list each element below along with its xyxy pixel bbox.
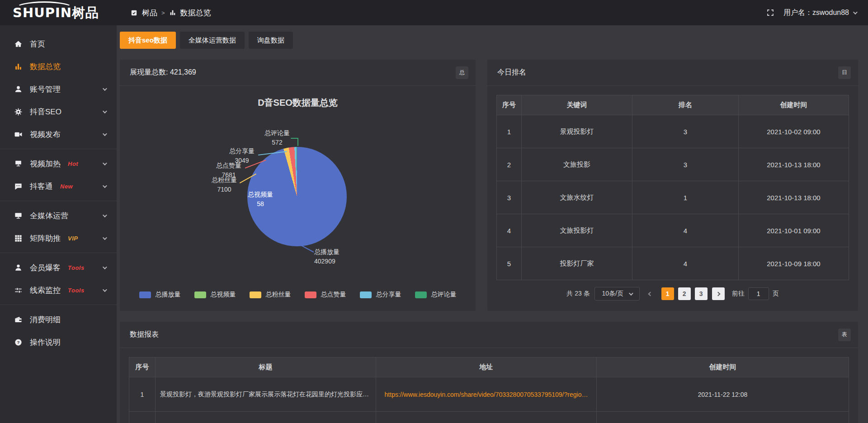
- sidebar-item-account-manage[interactable]: 账号管理: [0, 78, 117, 100]
- sidebar-item-badge: Tools: [68, 287, 85, 294]
- page-size-select[interactable]: 10条/页: [594, 287, 640, 301]
- table-cell: 3: [632, 115, 739, 148]
- table-cell: 景观投影灯: [522, 115, 632, 148]
- page-numbers: 123: [661, 287, 708, 300]
- sidebar-item-media-operation[interactable]: 全媒体运营: [0, 204, 117, 227]
- legend-label: 总评论量: [431, 291, 457, 299]
- user-menu[interactable]: 用户名：zswodun88: [783, 8, 856, 18]
- pie-label-comment: 总评论量572: [260, 128, 294, 147]
- app-logo[interactable]: SHUPIN树品: [0, 0, 117, 25]
- table-row: 3文旅水纹灯12021-10-13 18:00: [497, 181, 849, 214]
- report-panel-header: 数据报表 表: [120, 322, 858, 348]
- table-cell: 2021-10-13 18:00: [739, 181, 849, 214]
- legend-item[interactable]: 总分享量: [360, 291, 401, 299]
- sidebar-item-badge: New: [60, 183, 73, 190]
- column-header: 排名: [632, 95, 739, 115]
- table-cell: 3: [632, 148, 739, 181]
- legend-label: 总视频量: [211, 291, 236, 299]
- overview-badge-button[interactable]: 总: [456, 66, 468, 79]
- table-cell: 2021-10-01 09:00: [739, 214, 849, 247]
- tab-inquiry-data[interactable]: 询盘数据: [249, 32, 293, 49]
- pie-label-fans: 总粉丝量7100: [209, 175, 239, 194]
- ranking-table: 序号关键词排名创建时间 1景观投影灯32021-10-02 09:002文旅投影…: [496, 95, 849, 280]
- tab-douyin-seo-data[interactable]: 抖音seo数据: [120, 32, 176, 49]
- chevron-down-icon: [103, 213, 107, 217]
- column-header: 地址: [376, 357, 597, 377]
- tab-bar: 抖音seo数据全媒体运营数据询盘数据: [120, 32, 858, 49]
- logo-arc: [15, 1, 73, 15]
- sidebar-item-help[interactable]: ?操作说明: [0, 331, 117, 353]
- home-icon: [14, 39, 23, 48]
- prev-page-button[interactable]: [644, 287, 657, 300]
- report-badge-button[interactable]: 表: [838, 329, 851, 341]
- legend-swatch: [139, 291, 151, 298]
- table-cell: 2021-11-22 12:08: [597, 377, 849, 412]
- goto-page-input[interactable]: [748, 287, 769, 300]
- legend-item[interactable]: 总粉丝量: [250, 291, 291, 299]
- table-cell: 3: [497, 181, 522, 214]
- sidebar-item-matrix-boost[interactable]: 矩阵助推VIP: [0, 227, 117, 249]
- report-url-cell: https://www.iesdouyin.com/share/video/70…: [376, 377, 597, 412]
- table-cell: 2: [497, 148, 522, 181]
- chevron-down-icon: [103, 287, 107, 292]
- sidebar-item-label: 视频加热: [30, 159, 61, 169]
- page-button-3[interactable]: 3: [695, 287, 708, 300]
- sidebar-item-label: 线索监控: [30, 285, 61, 296]
- table-cell: 1: [129, 377, 156, 412]
- table-cell: 1: [497, 115, 522, 148]
- breadcrumb-root[interactable]: 树品: [142, 8, 157, 18]
- sliders-icon: [14, 286, 23, 295]
- sidebar-item-home[interactable]: 首页: [0, 33, 117, 55]
- chart-legend: 总播放量总视频量总粉丝量总点赞量总分享量总评论量: [120, 291, 476, 299]
- tab-media-operation-data[interactable]: 全媒体运营数据: [180, 32, 245, 49]
- fullscreen-icon[interactable]: [766, 9, 774, 17]
- sidebar-item-clue-monitor[interactable]: 线索监控Tools: [0, 279, 117, 301]
- table-cell: 2021-10-09 18:00: [739, 247, 849, 280]
- chevron-down-icon: [103, 235, 107, 240]
- sidebar-item-label: 账号管理: [30, 84, 61, 94]
- table-row: 5投影灯厂家42021-10-09 18:00: [497, 247, 849, 280]
- next-page-button[interactable]: [712, 287, 725, 300]
- sidebar-item-doukertong[interactable]: 抖客通New: [0, 175, 117, 197]
- sidebar-item-member-explode[interactable]: 会员爆客Tools: [0, 256, 117, 279]
- legend-item[interactable]: 总评论量: [415, 291, 457, 299]
- ranking-badge-button[interactable]: 日: [838, 66, 851, 79]
- overview-total-label: 展现量总数: 421,369: [130, 68, 196, 77]
- table-cell: 1: [632, 181, 739, 214]
- legend-item[interactable]: 总视频量: [194, 291, 236, 299]
- table-cell: 4: [497, 214, 522, 247]
- table-row: 1景观投影灯32021-10-02 09:00: [497, 115, 849, 148]
- table-cell: 4: [632, 214, 739, 247]
- sidebar-item-douyin-seo[interactable]: 抖音SEO: [0, 100, 117, 123]
- report-table-head: 序号标题地址创建时间: [129, 357, 849, 377]
- sidebar-menu: 首页数据总览账号管理抖音SEO视频发布视频加热Hot抖客通New全媒体运营矩阵助…: [0, 25, 117, 423]
- video-link[interactable]: https://www.iesdouyin.com/share/video/70…: [385, 391, 588, 398]
- sidebar-divider: [0, 201, 117, 201]
- report-table: 序号标题地址创建时间 1景观投影灯，夜游景观投影灯厂家展示展示落花灯在花园里的灯…: [129, 357, 849, 423]
- legend-label: 总播放量: [156, 291, 181, 299]
- legend-item[interactable]: 总点赞量: [305, 291, 346, 299]
- svg-text:?: ?: [17, 339, 19, 344]
- sidebar-item-data-overview[interactable]: 数据总览: [0, 55, 117, 78]
- sidebar-item-video-heat[interactable]: 视频加热Hot: [0, 152, 117, 175]
- page-button-2[interactable]: 2: [678, 287, 691, 300]
- leader-line: [300, 244, 314, 253]
- username: 用户名：zswodun88: [783, 8, 849, 18]
- report-title-cell: 景观投影灯，夜游景观投影灯厂家展示展示落花灯在花园里的灯光投影应用效果 #…: [156, 377, 376, 412]
- legend-item[interactable]: 总播放量: [139, 291, 181, 299]
- page-button-1[interactable]: 1: [661, 287, 674, 300]
- goto-unit: 页: [773, 290, 779, 298]
- sidebar-item-badge: Tools: [68, 264, 85, 271]
- sidebar-item-label: 消费明细: [30, 315, 61, 325]
- sidebar-item-label: 会员爆客: [30, 263, 61, 273]
- topbar-right: 用户名：zswodun88: [766, 8, 868, 18]
- column-header: 序号: [497, 95, 522, 115]
- sidebar-item-video-publish[interactable]: 视频发布: [0, 123, 117, 146]
- table-cell: 5: [497, 247, 522, 280]
- monitor-icon: [14, 211, 23, 220]
- member-icon: [14, 263, 23, 272]
- sidebar-item-consume-detail[interactable]: 消费明细: [0, 308, 117, 331]
- legend-swatch: [194, 291, 206, 298]
- legend-swatch: [305, 291, 316, 298]
- top-bar: SHUPIN树品 树品 > 数据总览 用户名：zswodun88: [0, 0, 868, 25]
